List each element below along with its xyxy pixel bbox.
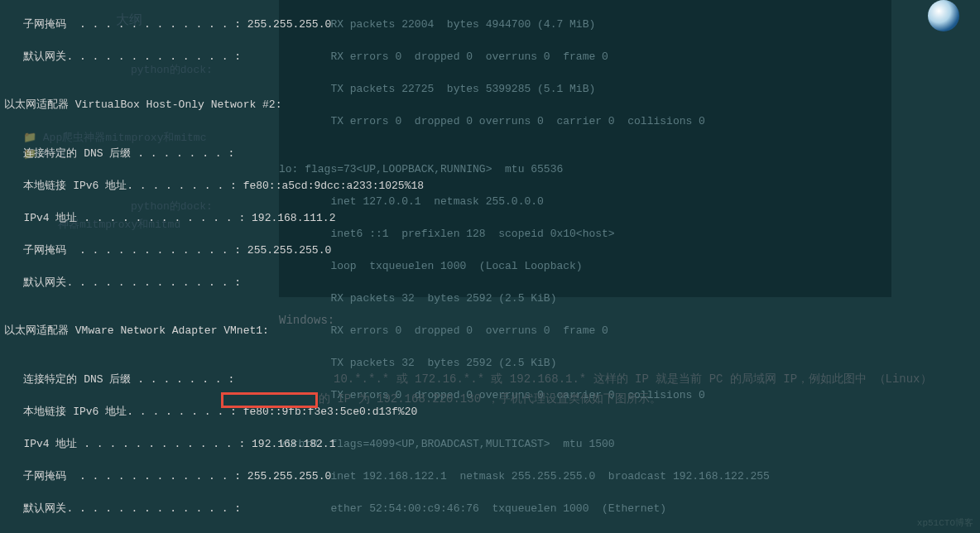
output-line: 默认网关. . . . . . . . . . . . . : [4, 49, 424, 65]
output-line: IPv4 地址 . . . . . . . . . . . . : 192.16… [4, 436, 424, 453]
output-line: 默认网关. . . . . . . . . . . . . : [4, 275, 424, 291]
browser-icon [928, 0, 959, 31]
output-line: 本地链接 IPv6 地址. . . . . . . . : fe80::9fb:… [4, 404, 424, 420]
output-line: 本地链接 IPv6 地址. . . . . . . . : fe80::a5cd… [4, 178, 424, 194]
output-line: 子网掩码 . . . . . . . . . . . . : 255.255.2… [4, 17, 424, 33]
ip-highlight-box [221, 392, 318, 408]
output-line: 连接特定的 DNS 后缀 . . . . . . . : [4, 372, 424, 388]
output-line: 连接特定的 DNS 后缀 . . . . . . . : [4, 146, 424, 162]
output-line: 以太网适配器 VMware Network Adapter VMnet1: [4, 323, 424, 339]
output-line: IPv4 地址 . . . . . . . . . . . . : 192.16… [4, 210, 424, 227]
output-line: 子网掩码 . . . . . . . . . . . . : 255.255.2… [4, 242, 424, 259]
watermark: xp51CTO博客 [917, 516, 973, 531]
output-line: 子网掩码 . . . . . . . . . . . . : 255.255.2… [4, 468, 424, 485]
ipconfig-output[interactable]: 子网掩码 . . . . . . . . . . . . : 255.255.2… [0, 0, 428, 533]
output-line: 默认网关. . . . . . . . . . . . . : [4, 501, 424, 517]
output-line: 以太网适配器 VirtualBox Host-Only Network #2: [4, 97, 424, 113]
